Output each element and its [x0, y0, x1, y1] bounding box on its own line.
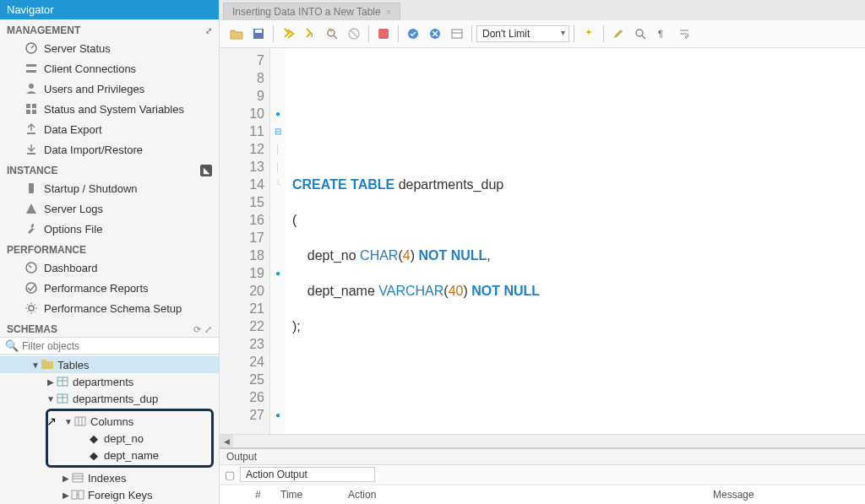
navigator-title: Navigator: [7, 3, 54, 16]
instance-header: INSTANCE ◣: [0, 160, 219, 178]
rollback-icon[interactable]: [425, 24, 445, 44]
chevron-right-icon[interactable]: ▶: [46, 377, 56, 387]
beautify-icon[interactable]: [579, 24, 599, 44]
svg-rect-29: [79, 490, 84, 499]
nav-data-import[interactable]: Data Import/Restore: [0, 139, 219, 160]
svg-rect-10: [29, 183, 34, 193]
tree-column-dept-no[interactable]: ◆ dept_no: [48, 430, 211, 447]
output-header: Output: [220, 447, 865, 465]
separator: [273, 25, 274, 42]
folder-icon: [41, 358, 54, 371]
col-message: Message: [708, 487, 860, 502]
explain-icon[interactable]: [322, 24, 342, 44]
nav-server-logs[interactable]: Server Logs: [0, 198, 219, 219]
commit-icon[interactable]: [403, 24, 423, 44]
svg-rect-22: [75, 417, 85, 425]
editor-tab[interactable]: Inserting Data INTO a New Table ×: [223, 3, 400, 20]
line-gutter: 7 8 9 10 11 12 13 14 15 16 17 18 19 20 2…: [220, 48, 270, 434]
tree-table-departments-dup[interactable]: ▼ departments_dup: [0, 390, 219, 407]
save-icon[interactable]: [248, 24, 269, 44]
tree-table-departments[interactable]: ▶ departments: [0, 373, 219, 390]
close-icon[interactable]: ×: [386, 7, 391, 17]
nav-data-export[interactable]: Data Export: [0, 119, 219, 139]
toggle-autocommit-icon[interactable]: [373, 24, 394, 44]
chevron-right-icon[interactable]: ▶: [61, 490, 71, 500]
expand-schemas-icon[interactable]: ⤢: [204, 324, 212, 335]
wrap-icon[interactable]: [674, 24, 694, 44]
schema-tree: ▼ Tables ▶ departments ▼ departments_dup…: [0, 355, 219, 504]
nav-client-connections[interactable]: Client Connections: [0, 58, 219, 79]
editor-toolbar: I Don't Limit ¶: [220, 20, 865, 48]
svg-text:¶: ¶: [658, 29, 663, 39]
navigator-header: Navigator: [0, 0, 219, 19]
code-area[interactable]: CREATE TABLE departments_dup ( dept_no C…: [286, 48, 865, 434]
chevron-down-icon[interactable]: ▼: [63, 417, 73, 426]
nav-perf-schema[interactable]: Performance Schema Setup: [0, 298, 219, 318]
schema-filter[interactable]: 🔍: [0, 337, 219, 355]
import-icon: [24, 142, 39, 157]
refresh-icon[interactable]: ⟳: [193, 324, 201, 335]
power-icon: [24, 181, 39, 196]
limit-select[interactable]: Don't Limit: [476, 25, 569, 42]
svg-rect-9: [27, 153, 35, 154]
tree-columns[interactable]: ▼ Columns: [48, 413, 211, 430]
navigator-panel: Navigator MANAGEMENT ⤢ Server Status Cli…: [0, 0, 220, 504]
search-icon: 🔍: [5, 339, 19, 352]
separator: [603, 25, 604, 42]
svg-point-43: [636, 30, 643, 36]
svg-line-44: [642, 35, 645, 39]
tree-foreign-keys[interactable]: ▶ Foreign Keys: [0, 486, 219, 503]
expand-icon[interactable]: ⤢: [205, 26, 212, 35]
gauge-icon: [24, 41, 39, 56]
toggle-limit-icon[interactable]: [447, 24, 467, 44]
export-icon: [24, 122, 39, 137]
chevron-down-icon[interactable]: ▼: [46, 394, 56, 404]
svg-rect-7: [32, 110, 36, 114]
chevron-down-icon[interactable]: ▼: [30, 360, 41, 370]
svg-point-3: [29, 84, 34, 89]
reports-icon: [24, 280, 39, 295]
tree-indexes[interactable]: ▶ Indexes: [0, 469, 219, 486]
output-select[interactable]: Action Output: [240, 467, 375, 482]
performance-header: PERFORMANCE: [0, 239, 219, 257]
scroll-left-icon[interactable]: ◀: [220, 435, 233, 447]
nav-server-status[interactable]: Server Status: [0, 38, 219, 58]
chevron-right-icon[interactable]: ▶: [61, 474, 71, 483]
execute-current-icon[interactable]: I: [300, 24, 320, 44]
svg-line-35: [334, 35, 337, 39]
column-icon: ◆: [87, 431, 101, 445]
svg-rect-28: [72, 490, 77, 499]
nav-status-vars[interactable]: Status and System Variables: [0, 99, 219, 119]
horizontal-scrollbar[interactable]: ◀: [220, 434, 865, 447]
stop-icon[interactable]: [344, 24, 364, 44]
logs-icon: [24, 201, 39, 216]
filter-input[interactable]: [22, 340, 214, 352]
statement-marker-icon: ●: [270, 105, 286, 122]
fold-open-icon[interactable]: ⊟: [270, 122, 286, 140]
brush-icon[interactable]: [608, 24, 628, 44]
svg-point-12: [26, 283, 36, 293]
columns-icon: [73, 415, 87, 428]
svg-rect-38: [378, 29, 389, 39]
schemas-header: SCHEMAS ⟳ ⤢: [0, 318, 219, 337]
nav-options-file[interactable]: Options File: [0, 219, 219, 239]
tree-column-dept-name[interactable]: ◆ dept_name: [48, 447, 211, 463]
find-icon[interactable]: [630, 24, 650, 44]
svg-point-13: [29, 306, 34, 311]
output-menu-icon[interactable]: ▢: [225, 469, 235, 481]
wrench-icon: [24, 221, 39, 236]
nav-startup-shutdown[interactable]: Startup / Shutdown: [0, 178, 219, 198]
tree-tables[interactable]: ▼ Tables: [0, 356, 219, 373]
execute-icon[interactable]: [278, 24, 298, 44]
nav-perf-reports[interactable]: Performance Reports: [0, 278, 219, 298]
nav-users-privileges[interactable]: Users and Privileges: [0, 79, 219, 99]
sql-editor[interactable]: 7 8 9 10 11 12 13 14 15 16 17 18 19 20 2…: [220, 48, 865, 434]
open-file-icon[interactable]: [226, 24, 247, 44]
nav-dashboard[interactable]: Dashboard: [0, 257, 219, 278]
tab-bar: Inserting Data INTO a New Table ×: [220, 0, 865, 20]
toggle-invisible-icon[interactable]: ¶: [652, 24, 672, 44]
svg-rect-15: [41, 360, 46, 362]
table-icon: [56, 375, 69, 388]
main-panel: Inserting Data INTO a New Table × I Don'…: [220, 0, 865, 504]
management-header: MANAGEMENT ⤢: [0, 19, 219, 38]
